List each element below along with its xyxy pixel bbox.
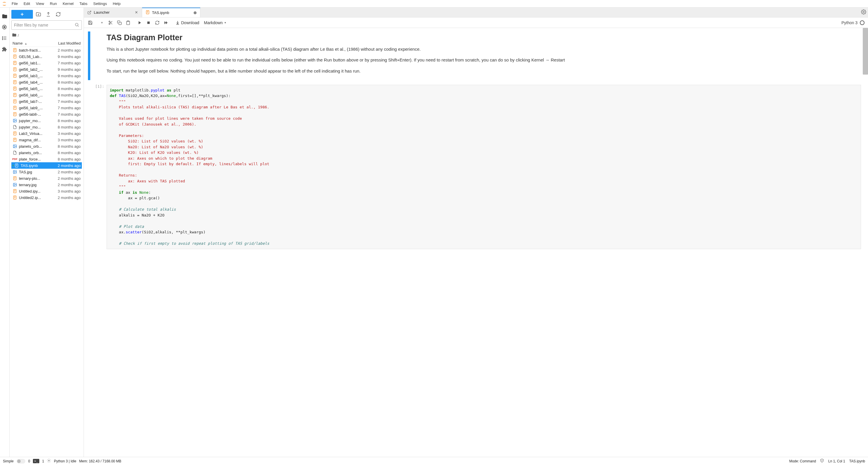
menu-edit[interactable]: Edit <box>21 0 33 7</box>
file-row[interactable]: gel56-lab8-...7 months ago <box>11 111 82 117</box>
close-icon[interactable]: ✕ <box>134 10 138 14</box>
running-icon[interactable] <box>2 25 7 30</box>
menu-run[interactable]: Run <box>47 0 60 7</box>
unsaved-indicator-icon <box>194 11 196 14</box>
breadcrumb[interactable]: / <box>11 31 82 40</box>
file-name: gel56_lab6_... <box>19 93 55 97</box>
folder-icon[interactable] <box>2 13 7 19</box>
notebook-trust-icon[interactable] <box>820 459 824 464</box>
paste-icon[interactable] <box>124 19 132 27</box>
file-list[interactable]: batch-fracti...2 months agoGEL56_Lab...9… <box>11 47 82 455</box>
code-editor[interactable]: import matplotlib.pyplot as plt def TAS(… <box>106 85 861 249</box>
file-name: gel56_lab7-... <box>19 99 55 104</box>
file-row[interactable]: gel56_lab7-...7 months ago <box>11 98 82 105</box>
nb-file-icon <box>12 74 17 78</box>
file-row[interactable]: ternary.jpg2 months ago <box>11 181 82 188</box>
nb-file-icon <box>12 99 17 104</box>
svg-point-2 <box>2 36 3 37</box>
menu-tabs[interactable]: Tabs <box>76 0 90 7</box>
file-name: jupyter_mo... <box>19 119 55 123</box>
file-modified: 7 months ago <box>55 112 81 117</box>
stop-icon[interactable] <box>145 19 153 27</box>
file-modified: 2 months ago <box>55 48 81 53</box>
file-name: jupyter_mo... <box>19 125 55 129</box>
file-row[interactable]: batch-fracti...2 months ago <box>11 47 82 53</box>
save-icon[interactable] <box>86 19 94 27</box>
menubar: FileEditViewRunKernelTabsSettingsHelp <box>0 0 868 7</box>
file-row[interactable]: jupyter_mo...8 months ago <box>11 117 82 124</box>
file-row[interactable]: TAS.jpg2 months ago <box>11 169 82 175</box>
copy-icon[interactable] <box>115 19 123 27</box>
file-row[interactable]: planets_orb...8 months ago <box>11 143 82 149</box>
kernel-status-idle-icon[interactable] <box>860 20 865 25</box>
file-row[interactable]: ternary-plo...2 months ago <box>11 175 82 181</box>
terminal-icon[interactable]: >_ <box>33 459 39 463</box>
markdown-cell[interactable]: TAS Diagram Plotter This is a short Jupy… <box>88 31 864 80</box>
menu-file[interactable]: File <box>9 0 21 7</box>
file-row[interactable]: Lab3_Virtua...3 months ago <box>11 130 82 137</box>
jupyter-logo-icon[interactable] <box>1 1 7 7</box>
upload-icon[interactable] <box>44 10 53 19</box>
tab-launcher[interactable]: Launcher ✕ <box>84 7 142 17</box>
cut-icon[interactable] <box>106 19 115 27</box>
file-row[interactable]: jupyter_mo...8 months ago <box>11 124 82 130</box>
file-row[interactable]: TAS.ipynb2 months ago <box>11 162 82 169</box>
cell-type-select[interactable]: Markdown ▾ <box>202 20 228 25</box>
tab-tas-notebook[interactable]: TAS.ipynb <box>142 7 200 17</box>
pdf-file-icon: PDF <box>12 157 17 162</box>
open-tabs-count[interactable]: 0 <box>28 459 30 463</box>
file-row[interactable]: gel56_lab4_...8 months ago <box>11 79 82 85</box>
file-modified: 3 months ago <box>55 189 81 194</box>
add-cell-icon[interactable]: + <box>98 19 106 27</box>
terminals-count[interactable]: 1 <box>42 459 44 463</box>
settings-gear-icon[interactable] <box>861 9 866 16</box>
run-icon[interactable] <box>136 19 144 27</box>
restart-icon[interactable] <box>153 19 161 27</box>
simple-mode-toggle[interactable] <box>17 459 25 464</box>
file-row[interactable]: gel56_lab6_...8 months ago <box>11 92 82 98</box>
code-cell[interactable]: [1]: import matplotlib.pyplot as plt def… <box>88 83 864 251</box>
filter-files-input[interactable] <box>14 23 74 27</box>
kernel-status-text[interactable]: Python 3 | Idle <box>54 459 76 463</box>
file-row[interactable]: Untitled.ipy...3 months ago <box>11 188 82 194</box>
breadcrumb-root[interactable]: / <box>18 33 19 37</box>
col-modified-header[interactable]: Last Modified <box>58 41 81 46</box>
menu-settings[interactable]: Settings <box>90 0 110 7</box>
file-name: gel56_lab4_... <box>19 80 55 85</box>
restart-run-all-icon[interactable] <box>162 19 170 27</box>
toc-icon[interactable] <box>2 35 7 41</box>
new-folder-icon[interactable] <box>34 10 43 19</box>
file-row[interactable]: gel56_lab1...7 months ago <box>11 60 82 66</box>
notebook-toolbar: + <box>84 18 868 28</box>
file-row[interactable]: gel56_lab5_...8 months ago <box>11 85 82 92</box>
file-row[interactable]: magma_dif...3 months ago <box>11 137 82 143</box>
nb-file-icon <box>12 138 17 142</box>
menu-help[interactable]: Help <box>110 0 123 7</box>
file-row[interactable]: GEL56_Lab...9 months ago <box>11 53 82 60</box>
file-row[interactable]: gel56_lab2_...9 months ago <box>11 66 82 72</box>
kernel-name[interactable]: Python 3 <box>841 20 858 25</box>
file-row[interactable]: Untitled2.ip...2 months ago <box>11 194 82 201</box>
folder-icon <box>12 33 17 38</box>
refresh-icon[interactable] <box>54 10 63 19</box>
notebook-icon <box>146 10 150 15</box>
svg-line-37 <box>89 11 91 12</box>
extensions-icon[interactable] <box>2 47 7 53</box>
download-button[interactable]: Download <box>174 20 201 25</box>
cursor-position: Ln 1, Col 1 <box>828 459 845 463</box>
md-paragraph: Using this notebook requires no coding. … <box>106 57 861 63</box>
lsp-status-icon[interactable] <box>47 459 51 464</box>
scrollbar-thumb[interactable] <box>863 28 868 75</box>
notebook-content[interactable]: TAS Diagram Plotter This is a short Jupy… <box>84 28 868 457</box>
col-name-header[interactable]: Name▲ <box>12 41 58 46</box>
file-modified: 8 months ago <box>55 93 81 97</box>
file-modified: 2 months ago <box>55 170 81 174</box>
new-launcher-button[interactable]: + <box>11 10 33 19</box>
menu-view[interactable]: View <box>33 0 47 7</box>
svg-line-44 <box>110 22 111 23</box>
menu-kernel[interactable]: Kernel <box>60 0 76 7</box>
file-row[interactable]: gel56_lab9_...7 months ago <box>11 105 82 111</box>
file-row[interactable]: planets_orb...8 months ago <box>11 149 82 156</box>
file-row[interactable]: PDFplate_force...8 months ago <box>11 156 82 162</box>
file-row[interactable]: gel56_lab3_...9 months ago <box>11 72 82 79</box>
